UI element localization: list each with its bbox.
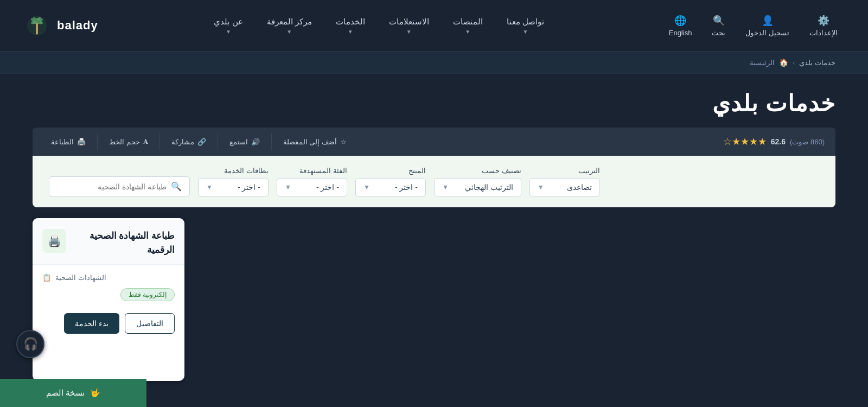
user-icon: 👤 <box>762 15 774 27</box>
logo[interactable]: balady <box>22 11 98 41</box>
nav-services-label: الخدمات <box>336 17 365 27</box>
sort-label: تصنيف حسب <box>434 167 521 175</box>
toolbar-rating: (860 صوت) 62.6 ★★★★☆ <box>723 136 825 148</box>
service-tags-filter-group: بطاقات الخدمة - اختر - ▼ <box>198 167 269 196</box>
card-header: طباعة الشهادة الصحية الرقمية 🖨️ <box>33 218 184 265</box>
card-title: طباعة الشهادة الصحية الرقمية <box>72 229 175 257</box>
chevron-down-icon: ▼ <box>206 183 213 191</box>
nav-services[interactable]: الخدمات ▼ <box>324 11 377 40</box>
listen-button[interactable]: 🔊 استمع <box>222 133 267 150</box>
page-header: خدمات بلدي <box>0 74 868 128</box>
deaf-icon: 🤟 <box>90 388 100 398</box>
chevron-down-icon: ▼ <box>363 183 370 191</box>
action-login[interactable]: 👤 تسجيل الدخول <box>737 10 798 41</box>
action-settings[interactable]: ⚙️ الإعدادات <box>801 10 846 41</box>
share-icon: 🔗 <box>197 138 206 146</box>
logo-icon <box>22 11 52 41</box>
votes-count: (860 صوت) <box>790 138 825 146</box>
order-value: تصاعدى <box>560 183 592 192</box>
breadcrumb-separator: › <box>793 59 795 67</box>
print-icon: 🖨️ <box>77 138 86 146</box>
nav-contact[interactable]: تواصل معنا ▼ <box>495 11 556 40</box>
toolbar: (860 صوت) 62.6 ★★★★☆ ☆ أضف إلى المفضلة 🔊… <box>33 128 835 156</box>
search-label: بحث <box>712 29 725 37</box>
listen-label: استمع <box>229 138 248 146</box>
divider-4 <box>97 133 98 150</box>
sort-filter-group: تصنيف حسب الترتيب الهجائي ▼ <box>434 167 521 196</box>
target-select[interactable]: - اختر - ▼ <box>277 178 347 196</box>
chevron-down-icon: ▼ <box>348 29 353 35</box>
chevron-down-icon: ▼ <box>522 29 528 35</box>
svg-rect-1 <box>36 24 38 34</box>
login-label: تسجيل الدخول <box>745 29 789 37</box>
home-icon: 🏠 <box>779 58 788 67</box>
chevron-down-icon: ▼ <box>226 29 231 35</box>
search-box[interactable]: 🔍 <box>49 176 190 196</box>
stars-icon: ★★★★☆ <box>723 136 767 148</box>
chevron-down-icon: ▼ <box>406 29 412 35</box>
deaf-bar[interactable]: 🤟 نسخة الصم <box>0 379 146 407</box>
order-select[interactable]: تصاعدى ▼ <box>529 178 600 196</box>
nav-inquiries-label: الاستعلامات <box>389 17 429 27</box>
font-size-button[interactable]: 𝐀 حجم الخط <box>101 133 156 150</box>
details-button[interactable]: التفاصيل <box>125 313 175 334</box>
target-filter-group: الفئة المستهدفة - اختر - ▼ <box>277 167 347 196</box>
target-label: الفئة المستهدفة <box>277 167 347 175</box>
gear-icon: ⚙️ <box>818 15 829 27</box>
nav-platforms-label: المنصات <box>453 17 483 27</box>
product-placeholder: - اختر - <box>386 183 418 192</box>
font-size-label: حجم الخط <box>109 138 140 146</box>
search-icon: 🔍 <box>171 181 182 192</box>
action-search[interactable]: 🔍 بحث <box>703 10 734 41</box>
star-icon: ☆ <box>340 138 347 146</box>
order-filter-group: الترتيب تصاعدى ▼ <box>529 167 600 196</box>
card-footer: التفاصيل بدء الخدمة <box>33 313 184 344</box>
print-button[interactable]: 🖨️ الطباعة <box>43 133 93 150</box>
deaf-label: نسخة الصم <box>46 388 85 398</box>
add-favorite-button[interactable]: ☆ أضف إلى المفضلة <box>276 133 354 150</box>
sort-select[interactable]: الترتيب الهجائي ▼ <box>434 178 521 196</box>
nav-knowledge-label: مركز المعرفة <box>267 17 312 27</box>
service-tags-label: بطاقات الخدمة <box>198 167 269 175</box>
search-icon: 🔍 <box>713 15 725 27</box>
product-select[interactable]: - اختر - ▼ <box>355 178 426 196</box>
navbar-actions: ⚙️ الإعدادات 👤 تسجيل الدخول 🔍 بحث 🌐 Engl… <box>660 10 846 41</box>
card-body: الشهادات الصحية 📋 إلكترونية فقط <box>33 265 184 313</box>
settings-label: الإعدادات <box>809 29 838 37</box>
chevron-down-icon: ▼ <box>442 183 449 191</box>
nav-inquiries[interactable]: الاستعلامات ▼ <box>377 11 441 40</box>
search-input[interactable] <box>57 182 167 191</box>
print-label: الطباعة <box>51 138 74 146</box>
card-area: طباعة الشهادة الصحية الرقمية 🖨️ الشهادات… <box>0 207 868 392</box>
breadcrumb: خدمات بلدي › 🏠 الرئيسية <box>0 52 868 74</box>
nav-links: تواصل معنا ▼ المنصات ▼ الاستعلامات ▼ الخ… <box>98 11 660 40</box>
nav-platforms[interactable]: المنصات ▼ <box>441 11 495 40</box>
nav-knowledge[interactable]: مركز المعرفة ▼ <box>255 11 324 40</box>
order-label: الترتيب <box>529 167 600 175</box>
svg-point-7 <box>36 23 38 25</box>
nav-contact-label: تواصل معنا <box>507 17 544 27</box>
service-tags-select[interactable]: - اختر - ▼ <box>198 178 269 196</box>
divider-2 <box>218 133 218 150</box>
filter-bar: الترتيب تصاعدى ▼ تصنيف حسب الترتيب الهجا… <box>33 156 835 207</box>
service-card: طباعة الشهادة الصحية الرقمية 🖨️ الشهادات… <box>33 218 184 381</box>
rating-number: 62.6 <box>771 137 786 146</box>
action-english[interactable]: 🌐 English <box>660 10 701 41</box>
start-service-button[interactable]: بدء الخدمة <box>64 313 119 334</box>
share-button[interactable]: 🔗 مشاركة <box>164 133 214 150</box>
share-label: مشاركة <box>171 138 194 146</box>
toolbar-actions: ☆ أضف إلى المفضلة 🔊 استمع 🔗 مشاركة 𝐀 حجم… <box>43 133 354 150</box>
chat-bubble[interactable]: 🎧 <box>16 330 44 358</box>
card-category: الشهادات الصحية 📋 <box>42 274 175 282</box>
chevron-down-icon: ▼ <box>465 29 470 35</box>
nav-about[interactable]: عن بلدي ▼ <box>202 11 254 40</box>
card-print-icon: 🖨️ <box>42 229 66 253</box>
nav-about-label: عن بلدي <box>214 17 242 27</box>
target-placeholder: - اختر - <box>308 183 339 192</box>
globe-icon: 🌐 <box>674 15 686 27</box>
headset-icon: 🎧 <box>23 337 38 351</box>
chevron-down-icon: ▼ <box>538 183 544 191</box>
badge-electronic: إلكترونية فقط <box>120 288 175 301</box>
divider <box>271 133 272 150</box>
breadcrumb-home[interactable]: الرئيسية <box>750 59 775 67</box>
